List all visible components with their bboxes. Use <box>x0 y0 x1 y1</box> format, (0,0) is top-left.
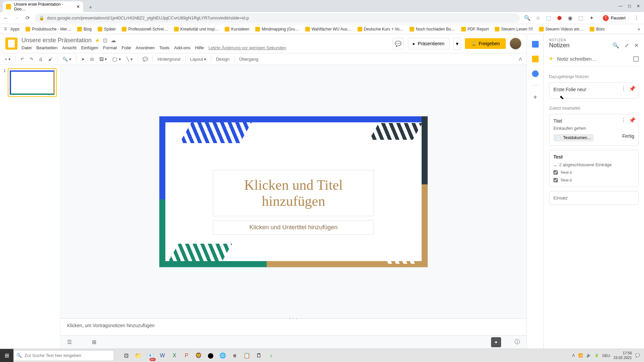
checkbox[interactable] <box>553 170 558 175</box>
wifi-icon[interactable]: 📶 <box>578 353 583 358</box>
note-card[interactable]: Test ⌄ 2 abgeschlossene Einträge Test 1 … <box>549 150 639 187</box>
kebab-menu-icon[interactable]: ⋮ <box>633 15 640 21</box>
notifications-icon[interactable]: 💬 <box>635 353 640 358</box>
collapse-toggle[interactable]: ⌄ 2 abgeschlossene Einträge <box>553 162 634 167</box>
share-button[interactable]: 🔒 Freigeben <box>465 38 506 49</box>
obs-icon[interactable]: ⬤ <box>205 350 216 361</box>
menu-slide[interactable]: Folie <box>121 45 131 50</box>
powerpoint-icon[interactable]: P <box>181 350 192 361</box>
menu-file[interactable]: Datei <box>21 45 32 50</box>
transition-button[interactable]: Übergang <box>237 55 260 63</box>
pin-icon[interactable]: 📌 <box>629 85 636 92</box>
move-icon[interactable]: ⊡ <box>103 37 107 44</box>
keep-icon[interactable] <box>532 56 539 62</box>
search-icon[interactable]: 🔍 <box>612 42 619 49</box>
url-input[interactable]: 🔒 docs.google.com/presentation/d/1je40CL… <box>35 13 520 23</box>
task-view-icon[interactable]: ⊡ <box>121 350 131 361</box>
collapse-toolbar-icon[interactable]: ᐱ <box>517 55 524 63</box>
present-button[interactable]: ▸ Präsentieren <box>408 38 449 49</box>
bookmark-item[interactable]: Steuern Videos wic… <box>539 27 584 32</box>
subtitle-placeholder[interactable]: Klicken und Untertitel hinzufügen <box>213 220 374 235</box>
paint-format-button[interactable]: 🖌 <box>46 55 55 63</box>
new-slide-button[interactable]: + ▾ <box>3 55 13 63</box>
excel-icon[interactable]: X <box>169 350 180 361</box>
slide-canvas[interactable]: Klicken und Titel hinzufügen Klicken und… <box>159 116 428 267</box>
language-indicator[interactable]: DEU <box>602 354 610 358</box>
menu-addons[interactable]: Add-ons <box>174 45 190 50</box>
last-edit-text[interactable]: Letzte Änderung vor wenigen Sekunden <box>209 45 286 50</box>
design-button[interactable]: Design <box>214 55 231 63</box>
explore-button[interactable]: ✦ <box>491 337 501 347</box>
print-button[interactable]: 🖨 <box>37 55 45 63</box>
checkbox-icon[interactable] <box>633 56 639 62</box>
info-icon[interactable]: ⓘ <box>515 339 520 346</box>
note-card[interactable]: ⋮ 📌 Titel Einkaufen gehen 📄 Textdokumen…… <box>549 114 639 146</box>
word-icon[interactable]: W <box>157 350 168 361</box>
reload-button[interactable]: ⟳ <box>24 15 31 21</box>
taskbar-search[interactable]: 🔍 Zur Suche Text hier eingeben <box>13 350 114 361</box>
note-menu-icon[interactable]: ⋮ <box>621 117 626 123</box>
close-window-icon[interactable]: ✕ <box>637 4 640 8</box>
profile-button[interactable]: T Pausiert <box>599 14 629 22</box>
textbox-tool[interactable]: ⊟ <box>88 55 96 63</box>
bookmark-item[interactable]: Professionell Schrei… <box>122 27 168 32</box>
layout-button[interactable]: Layout ▾ <box>188 55 208 63</box>
forward-button[interactable]: → <box>13 15 20 21</box>
explorer-icon[interactable]: 📁 <box>133 350 144 361</box>
close-panel-icon[interactable]: ✕ <box>634 42 639 49</box>
open-external-icon[interactable]: ⤢ <box>625 42 629 49</box>
bookmark-item[interactable]: Später <box>98 27 116 32</box>
extensions-menu-icon[interactable]: ✦ <box>588 15 595 21</box>
bookmark-item[interactable]: Kreativität und Insp… <box>174 27 219 32</box>
add-addon-button[interactable]: + <box>533 94 537 101</box>
title-placeholder[interactable]: Klicken und Titel hinzufügen <box>213 170 374 216</box>
menu-edit[interactable]: Bearbeiten <box>36 45 57 50</box>
bookmark-item[interactable]: Produktsuche - Mer… <box>25 27 71 32</box>
menu-tools[interactable]: Tools <box>159 45 169 50</box>
maximize-icon[interactable]: ◻ <box>628 4 631 8</box>
linked-doc-chip[interactable]: 📄 Textdokumen… <box>553 134 594 141</box>
present-dropdown[interactable]: ▾ <box>453 38 461 50</box>
line-tool[interactable]: ╲ ▾ <box>124 55 135 63</box>
cloud-status-icon[interactable]: ☁ <box>111 37 116 44</box>
slide-thumbnail[interactable] <box>8 68 57 97</box>
menu-help[interactable]: Hilfe <box>195 45 204 50</box>
background-button[interactable]: Hintergrund <box>156 55 182 63</box>
pin-icon[interactable]: 📌 <box>629 117 636 123</box>
speaker-notes[interactable]: • • • Klicken, um Vortragsnotizen hinzuz… <box>60 318 527 335</box>
zoom-button[interactable]: 🔍 ▾ <box>60 55 73 63</box>
done-button[interactable]: Fertig <box>622 133 634 139</box>
drag-handle-icon[interactable]: • • • <box>289 317 298 320</box>
bookmark-item[interactable]: Büro <box>590 27 604 32</box>
menu-arrange[interactable]: Anordnen <box>136 45 155 50</box>
back-button[interactable]: ← <box>3 15 9 21</box>
adblock-icon[interactable]: ⬢ <box>556 15 563 21</box>
chrome-icon[interactable]: 🌐 <box>217 350 228 361</box>
clock[interactable]: 17:56 23.02.2021 <box>613 351 632 360</box>
bookmark-item[interactable]: PDF Report <box>461 27 489 32</box>
checklist-item[interactable]: Test 1 <box>553 170 634 175</box>
browser-tab[interactable]: Unsere erste Präsentation - Goo… ✕ <box>3 1 83 12</box>
calendar-icon[interactable] <box>532 41 539 48</box>
bookmark-item[interactable]: Noch hochladen Bu… <box>410 27 455 32</box>
note-card[interactable]: Einsatz <box>549 191 639 205</box>
bookmark-item[interactable]: Blog <box>77 27 92 32</box>
zoom-icon[interactable]: 🔍 <box>524 15 531 21</box>
checkbox[interactable] <box>553 178 558 182</box>
volume-icon[interactable]: 🔊 <box>586 353 591 358</box>
menu-format[interactable]: Format <box>103 45 117 50</box>
tasks-icon[interactable] <box>532 70 539 77</box>
brave-icon[interactable]: 🦁 <box>193 350 204 361</box>
mail-icon[interactable]: 📧99+ <box>145 350 156 361</box>
comment-tool[interactable]: 💬 <box>141 55 150 63</box>
new-tab-button[interactable]: + <box>86 3 95 12</box>
close-tab-icon[interactable]: ✕ <box>76 4 80 9</box>
tray-chevron-icon[interactable]: ᐱ <box>572 353 575 358</box>
undo-button[interactable]: ↶ <box>18 55 26 63</box>
bookmark-star-icon[interactable]: ☆ <box>535 15 541 21</box>
battery-icon[interactable]: 🔋 <box>594 353 599 358</box>
minimize-icon[interactable]: — <box>619 4 623 8</box>
note-card-related[interactable]: ⋮ 📌 Erste Folie neu! ⬉ <box>549 82 639 99</box>
filmstrip-view-icon[interactable]: ☰ <box>67 339 72 345</box>
checklist-item[interactable]: Test 2 <box>553 178 634 183</box>
